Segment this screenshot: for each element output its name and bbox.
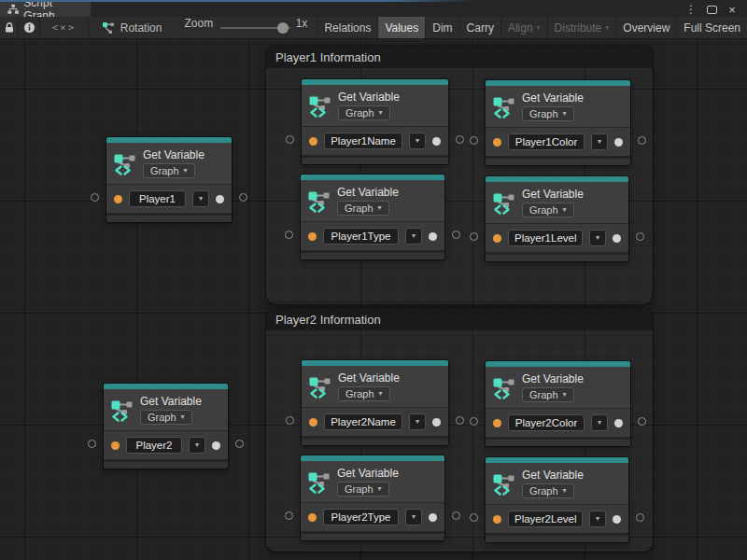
variable-scope-dropdown[interactable]: Graph▾: [522, 106, 574, 121]
variable-name-dropdown[interactable]: Player1Color: [508, 133, 585, 150]
input-connection-port[interactable]: [88, 440, 96, 448]
input-connection-port[interactable]: [470, 417, 478, 426]
value-input-port[interactable]: [309, 137, 317, 146]
variable-scope-dropdown[interactable]: Graph▾: [143, 163, 195, 178]
variable-dropdown-arrow[interactable]: ▾: [589, 230, 606, 246]
variable-dropdown-arrow[interactable]: ▾: [409, 133, 426, 149]
variable-dropdown-arrow[interactable]: ▾: [409, 413, 426, 430]
dim-button[interactable]: Dim: [425, 17, 458, 38]
input-connection-port[interactable]: [285, 231, 293, 239]
variable-scope-dropdown[interactable]: Graph▾: [522, 387, 574, 402]
value-input-port[interactable]: [309, 418, 317, 427]
value-input-port[interactable]: [114, 195, 122, 203]
variable-scope-dropdown[interactable]: Graph▾: [338, 386, 390, 401]
input-connection-port[interactable]: [286, 416, 294, 425]
variable-scope-dropdown[interactable]: Graph▾: [338, 105, 390, 120]
maximize-icon[interactable]: [704, 3, 719, 16]
output-connection-port[interactable]: [452, 231, 460, 239]
window-menu-icon[interactable]: ⋮: [684, 3, 698, 16]
node-player2name[interactable]: Get Variable Graph▾ Player2Name ▾: [302, 360, 448, 445]
fullscreen-button[interactable]: Full Screen: [676, 17, 747, 38]
value-output-port[interactable]: [216, 195, 224, 203]
variable-name-dropdown[interactable]: Player2Color: [508, 414, 585, 431]
node-player1color[interactable]: Get Variable Graph▾ Player1Color ▾: [486, 80, 630, 165]
value-input-port[interactable]: [308, 232, 317, 241]
value-input-port[interactable]: [111, 441, 120, 450]
variable-name-dropdown[interactable]: Player1Level: [508, 230, 583, 246]
distribute-dropdown-button[interactable]: Distribute▾: [547, 17, 616, 38]
variable-name-dropdown[interactable]: Player1: [129, 190, 186, 207]
output-connection-port[interactable]: [638, 417, 646, 426]
node-player2level[interactable]: Get Variable Graph▾ Player2Level ▾: [486, 457, 628, 542]
variable-name-dropdown[interactable]: Player1Type: [323, 228, 399, 245]
group-header[interactable]: Player1 Information: [266, 46, 653, 68]
value-input-port[interactable]: [493, 138, 501, 147]
value-output-port[interactable]: [212, 441, 220, 450]
node-player1name[interactable]: Get Variable Graph▾ Player1Name ▾: [302, 79, 448, 164]
value-input-port[interactable]: [493, 515, 501, 524]
variable-name-dropdown[interactable]: Player1Name: [324, 133, 402, 149]
variable-scope-dropdown[interactable]: Graph▾: [140, 410, 192, 425]
connections-toggle-button[interactable]: <×>: [40, 17, 88, 38]
group-header[interactable]: Player2 Information: [266, 308, 653, 330]
variable-scope-dropdown[interactable]: Graph▾: [337, 482, 389, 497]
variable-name-dropdown[interactable]: Player2Level: [508, 511, 583, 527]
output-connection-port[interactable]: [456, 135, 464, 144]
node-player2[interactable]: Get Variable Graph▾ Player2 ▾: [104, 384, 228, 469]
variable-name-dropdown[interactable]: Player2Name: [324, 413, 402, 430]
node-player2type[interactable]: Get Variable Graph▾ Player2Type ▾: [301, 455, 444, 540]
tab-script-graph[interactable]: Script Graph: [0, 2, 91, 17]
value-output-port[interactable]: [429, 232, 437, 241]
value-output-port[interactable]: [613, 234, 621, 243]
value-output-port[interactable]: [613, 515, 621, 524]
value-output-port[interactable]: [614, 138, 623, 147]
values-button[interactable]: Values: [377, 17, 425, 38]
zoom-slider-handle[interactable]: [277, 22, 289, 34]
variable-name-dropdown[interactable]: Player2Type: [323, 509, 399, 525]
input-connection-port[interactable]: [286, 135, 294, 144]
input-connection-port[interactable]: [285, 511, 293, 520]
input-connection-port[interactable]: [470, 136, 478, 145]
value-input-port[interactable]: [493, 234, 501, 243]
input-connection-port[interactable]: [470, 232, 478, 241]
output-connection-port[interactable]: [235, 440, 244, 448]
graph-canvas[interactable]: Player1 Information Player2 Information …: [0, 40, 747, 560]
value-output-port[interactable]: [429, 513, 437, 522]
node-player2color[interactable]: Get Variable Graph▾ Player2Color ▾: [486, 361, 630, 446]
value-input-port[interactable]: [308, 513, 317, 522]
lock-button[interactable]: [0, 17, 18, 38]
overview-button[interactable]: Overview: [615, 17, 676, 38]
node-player1[interactable]: Get Variable Graph▾ Player1 ▾: [106, 137, 232, 222]
variable-scope-dropdown[interactable]: Graph▾: [337, 201, 389, 216]
output-connection-port[interactable]: [239, 193, 247, 202]
input-connection-port[interactable]: [470, 513, 478, 522]
relations-button[interactable]: Relations: [317, 17, 377, 38]
node-player1type[interactable]: Get Variable Graph▾ Player1Type ▾: [301, 175, 444, 259]
info-button[interactable]: [19, 17, 39, 38]
variable-dropdown-arrow[interactable]: ▾: [405, 228, 422, 245]
value-input-port[interactable]: [493, 419, 501, 427]
variable-dropdown-arrow[interactable]: ▾: [192, 190, 209, 207]
output-connection-port[interactable]: [636, 513, 644, 522]
variable-name-dropdown[interactable]: Player2: [126, 437, 182, 454]
rotation-control[interactable]: Rotation: [102, 17, 162, 38]
output-connection-port[interactable]: [636, 232, 644, 241]
value-output-port[interactable]: [432, 418, 441, 427]
output-connection-port[interactable]: [638, 136, 646, 145]
carry-button[interactable]: Carry: [459, 17, 500, 38]
output-connection-port[interactable]: [456, 416, 464, 425]
variable-scope-dropdown[interactable]: Graph▾: [522, 483, 574, 498]
variable-dropdown-arrow[interactable]: ▾: [591, 414, 608, 431]
output-connection-port[interactable]: [452, 511, 460, 520]
close-icon[interactable]: ×: [725, 3, 740, 16]
variable-dropdown-arrow[interactable]: ▾: [405, 509, 422, 525]
align-dropdown-button[interactable]: Align▾: [500, 17, 547, 38]
value-output-port[interactable]: [614, 419, 623, 427]
variable-dropdown-arrow[interactable]: ▾: [189, 437, 205, 454]
variable-dropdown-arrow[interactable]: ▾: [591, 133, 608, 150]
zoom-slider[interactable]: [220, 17, 290, 38]
input-connection-port[interactable]: [91, 193, 99, 202]
variable-dropdown-arrow[interactable]: ▾: [589, 511, 606, 527]
value-output-port[interactable]: [432, 137, 441, 146]
variable-scope-dropdown[interactable]: Graph▾: [522, 203, 574, 217]
